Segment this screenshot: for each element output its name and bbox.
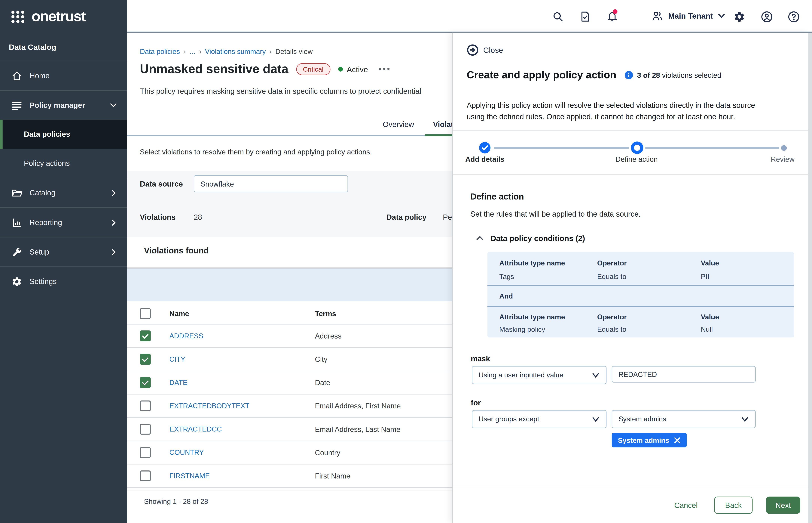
violation-name-link[interactable]: COUNTRY [169, 449, 204, 456]
row-checkbox[interactable] [140, 424, 151, 435]
conditions-col-value: Value [701, 313, 719, 321]
sidebar-nav: Home Policy manager Data policies Policy… [0, 61, 127, 296]
breadcrumb-link-violations-summary[interactable]: Violations summary [205, 48, 266, 55]
step-label-review[interactable]: Review [759, 155, 806, 163]
gear-icon [12, 276, 22, 287]
product-name: Data Catalog [9, 42, 56, 51]
mask-value-input[interactable] [612, 366, 756, 382]
status-badge: Active [338, 65, 368, 73]
data-source-input[interactable] [194, 175, 348, 192]
selection-count-suffix: violations selected [662, 71, 721, 79]
settings-gear-icon[interactable] [733, 11, 745, 23]
row-checkbox[interactable] [140, 447, 151, 458]
divider [453, 130, 809, 131]
violation-name-link[interactable]: ADDRESS [169, 332, 203, 340]
condition-value: Null [701, 326, 713, 333]
panel-footer: Cancel Back Next [453, 487, 809, 523]
search-icon[interactable] [552, 11, 564, 22]
violation-name-link[interactable]: EXTRACTEDBODYTEXT [169, 402, 249, 410]
breadcrumb-link-data-policies[interactable]: Data policies [140, 48, 180, 55]
chip-label: System admins [618, 436, 669, 444]
conditions-table: Attribute type name Operator Value Tags … [488, 252, 794, 337]
breadcrumb-separator: › [269, 48, 271, 55]
panel-title: Create and apply policy action [467, 69, 616, 81]
sidebar-item-label: Policy actions [24, 159, 70, 167]
step-label-add-details[interactable]: Add details [459, 155, 511, 163]
severity-badge: Critical [296, 63, 330, 75]
help-icon[interactable] [788, 11, 799, 23]
document-check-icon[interactable] [580, 11, 591, 22]
list-icon [12, 100, 22, 111]
account-icon[interactable] [761, 11, 773, 23]
violations-count-value: 28 [194, 213, 202, 221]
app-window: onetrust Data Catalog Home Policy manage… [0, 0, 812, 523]
conditions-col-attribute: Attribute type name [499, 313, 565, 321]
chevron-down-icon [718, 12, 726, 20]
sidebar-item-setup[interactable]: Setup [0, 237, 127, 267]
page-title: Unmasked sensitive data [140, 61, 288, 76]
sidebar-item-policy-actions[interactable]: Policy actions [0, 149, 127, 178]
close-panel-button[interactable]: Close [467, 44, 503, 56]
violation-terms: Address [315, 332, 342, 340]
sidebar-item-label: Data policies [24, 130, 70, 139]
row-checkbox[interactable] [140, 330, 151, 341]
sidebar-item-policy-manager[interactable]: Policy manager [0, 91, 127, 120]
row-checkbox[interactable] [140, 400, 151, 411]
column-header-terms: Terms [315, 309, 336, 318]
conditions-toggle[interactable]: Data policy conditions (2) [475, 234, 585, 242]
data-source-label: Data source [140, 180, 183, 188]
page-scrollbar[interactable] [808, 33, 812, 523]
condition-attribute: Masking policy [499, 326, 545, 333]
user-group-select[interactable]: System admins [612, 410, 756, 428]
home-icon [12, 70, 22, 81]
conditions-title: Data policy conditions (2) [490, 234, 585, 242]
panel-intro: Applying this policy action will resolve… [467, 99, 773, 123]
violation-name-link[interactable]: DATE [169, 379, 188, 386]
sidebar-item-data-policies[interactable]: Data policies [0, 120, 127, 149]
step-upcoming-icon[interactable] [781, 145, 787, 151]
close-arrow-icon [467, 44, 478, 56]
selected-group-chip[interactable]: System admins [612, 433, 687, 447]
remove-chip-icon[interactable] [674, 437, 681, 444]
sidebar-item-catalog[interactable]: Catalog [0, 178, 127, 208]
brand-name: onetrust [32, 8, 86, 25]
row-checkbox[interactable] [140, 470, 151, 481]
sidebar-item-settings[interactable]: Settings [0, 267, 127, 296]
back-button[interactable]: Back [714, 497, 753, 514]
column-header-name: Name [169, 309, 189, 318]
step-complete-icon[interactable] [479, 142, 490, 154]
more-options-icon[interactable] [379, 67, 390, 71]
violation-name-link[interactable]: EXTRACTEDCC [169, 425, 222, 433]
notifications-bell-icon[interactable] [606, 11, 618, 22]
violation-name-link[interactable]: FIRSTNAME [169, 472, 210, 480]
users-icon [652, 10, 663, 22]
notification-badge [613, 10, 617, 14]
violation-terms: First Name [315, 472, 351, 480]
conditions-col-operator: Operator [597, 313, 627, 321]
step-connector [645, 147, 779, 149]
mask-label: mask [471, 355, 490, 363]
sidebar-item-label: Settings [30, 277, 57, 286]
violation-terms: Email Address, Last Name [315, 425, 400, 433]
conditions-divider [488, 306, 794, 307]
row-checkbox[interactable] [140, 377, 151, 388]
next-button[interactable]: Next [766, 497, 800, 514]
tenant-switcher[interactable]: Main Tenant [652, 0, 726, 32]
mask-method-select[interactable]: Using a user inputted value [472, 366, 606, 384]
select-all-checkbox[interactable] [140, 308, 151, 319]
topbar: Main Tenant [127, 0, 812, 33]
user-group-mode-select[interactable]: User groups except [472, 410, 606, 428]
cancel-button[interactable]: Cancel [671, 501, 701, 510]
row-checkbox[interactable] [140, 354, 151, 365]
chevron-down-icon [591, 371, 600, 379]
breadcrumb-link-ellipsis[interactable]: ... [189, 48, 195, 55]
chevron-right-icon [110, 218, 117, 226]
define-action-heading: Define action [470, 192, 524, 202]
sidebar-item-home[interactable]: Home [0, 61, 127, 91]
status-label: Active [347, 65, 368, 73]
violation-name-link[interactable]: CITY [169, 356, 185, 363]
step-current-icon[interactable] [631, 142, 643, 154]
step-label-define-action[interactable]: Define action [610, 155, 662, 163]
tab-overview[interactable]: Overview [375, 117, 422, 135]
sidebar-item-reporting[interactable]: Reporting [0, 208, 127, 237]
